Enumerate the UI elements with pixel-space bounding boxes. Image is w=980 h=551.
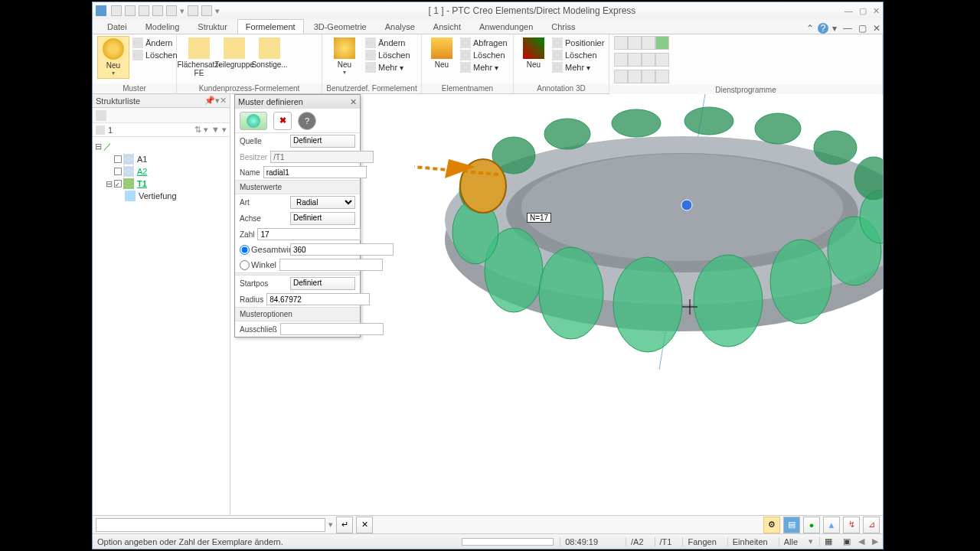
print-icon[interactable] [152,5,163,16]
filter-sort-icon[interactable]: ⇅ ▾ [194,125,208,135]
util-icon-4[interactable] [628,36,642,50]
status-path1[interactable]: /A2 [626,537,648,546]
node-checkbox[interactable] [114,180,122,187]
pattern-count-annotation[interactable]: N=17 [527,213,551,223]
winkel-field[interactable] [279,259,383,271]
util-icon-7[interactable] [642,36,655,50]
view-mode-6[interactable]: ⊿ [863,517,880,533]
status-dropdown[interactable]: ▾ [808,536,813,546]
tree-mode-icon[interactable] [96,110,106,121]
status-next-icon[interactable]: ▶ [872,536,878,546]
elementnamen-abfragen-button[interactable]: Abfragen [460,37,508,48]
zahl-field[interactable] [257,228,361,240]
util-icon-2[interactable] [614,53,628,67]
besitzer-field[interactable] [270,151,374,163]
filter-icon[interactable] [96,126,105,135]
ribbon-min-icon[interactable]: — [841,23,854,34]
tree-collapse-icon[interactable]: ⊟ [105,179,113,189]
node-a1[interactable]: A1 [136,155,149,164]
new-icon[interactable] [111,5,122,16]
annotation-mehr-button[interactable]: Mehr ▾ [552,62,604,73]
redo-icon[interactable] [188,5,198,16]
radius-field[interactable] [266,293,370,305]
tool-icon[interactable] [201,5,212,16]
util-icon-11[interactable] [655,53,669,67]
util-icon-1[interactable] [614,36,628,50]
maximize-button[interactable]: ▢ [859,6,867,16]
node-checkbox[interactable] [114,168,122,175]
flaechensatz-button[interactable]: Flächensatz-FE [181,36,217,79]
muster-neu-button[interactable]: Neu ▾ [97,36,129,79]
tab-3d-geometrie[interactable]: 3D-Geometrie [305,19,375,34]
benutzerdef-loeschen-button[interactable]: Löschen [365,50,410,60]
panel-close-icon[interactable]: ✕ [220,96,227,106]
annotation-positionier-button[interactable]: Positionier [552,37,604,48]
node-checkbox[interactable] [114,155,122,163]
tab-chriss[interactable]: Chriss [543,19,583,34]
elementnamen-mehr-button[interactable]: Mehr ▾ [460,62,508,73]
status-view-icon-1[interactable]: ▦ [819,536,837,546]
cmd-dropdown-icon[interactable]: ▾ [328,520,333,530]
winkel-radio[interactable] [240,260,250,270]
util-icon-12[interactable] [655,70,669,83]
view-mode-1[interactable]: ⚙ [763,517,780,533]
status-fangen[interactable]: Fangen [682,537,720,546]
cmd-cancel-button[interactable]: ✕ [356,517,373,533]
close-button[interactable]: ✕ [873,6,880,16]
art-select[interactable]: Radial [290,196,355,209]
util-icon-3[interactable] [614,70,628,83]
view-mode-2[interactable]: ▤ [783,517,800,533]
tab-ansicht[interactable]: Ansicht [425,19,469,34]
elementnamen-neu-button[interactable]: Neu [426,36,457,70]
util-icon-9[interactable] [642,70,655,83]
startpos-button[interactable]: Definiert [290,277,355,290]
tab-formelement[interactable]: Formelement [237,19,304,34]
save-icon[interactable] [139,5,149,16]
achse-button[interactable]: Definiert [290,212,355,225]
ausschliess-field[interactable] [280,323,384,335]
util-icon-5[interactable] [628,53,642,67]
cmd-enter-button[interactable]: ↵ [336,517,353,533]
util-icon-8[interactable] [642,53,655,67]
teilegruppe-button[interactable]: Teilegruppe [217,36,252,70]
ribbon-close-icon[interactable]: ✕ [871,23,883,34]
dialog-cancel-button[interactable]: ✖ [273,112,292,130]
node-vertiefung[interactable]: Vertiefung [137,191,178,201]
tree-collapse-icon[interactable]: ⊟ [94,142,102,152]
sonstige-button[interactable]: Sonstige... [252,36,287,70]
minimize-button[interactable]: — [844,6,853,16]
tab-anwendungen[interactable]: Anwendungen [471,19,541,34]
help-icon[interactable]: ? [818,23,828,34]
gesamtwink-field[interactable] [290,243,394,256]
ribbon-expand-icon[interactable]: ⌃ [804,23,816,34]
status-alle[interactable]: Alle [779,537,802,546]
filter-funnel-icon[interactable]: ▼ ▾ [211,125,227,135]
tab-datei[interactable]: Datei [99,19,136,34]
annotation-neu-button[interactable]: Neu [518,36,549,70]
status-prev-icon[interactable]: ◀ [857,536,866,546]
tab-struktur[interactable]: Struktur [189,19,236,34]
view-mode-4[interactable]: ▲ [823,517,840,533]
benutzerdef-neu-button[interactable]: Neu▾ [327,36,362,77]
status-einheiten[interactable]: Einheiten [727,537,773,546]
status-path2[interactable]: /T1 [655,537,677,546]
undo-icon[interactable] [166,5,177,16]
undo-dropdown[interactable]: ▾ [180,6,185,16]
elementnamen-loeschen-button[interactable]: Löschen [460,50,508,60]
view-mode-3[interactable]: ● [803,517,820,533]
benutzerdef-aendern-button[interactable]: Ändern [365,37,410,48]
panel-pin-icon[interactable]: 📌 [204,96,215,106]
tab-modeling[interactable]: Modeling [137,19,188,34]
status-view-icon-2[interactable]: ▣ [843,536,851,546]
quelle-button[interactable]: Definiert [290,135,355,148]
gesamtwink-radio[interactable] [240,245,250,255]
view-mode-5[interactable]: ↯ [843,517,860,533]
dialog-close-icon[interactable]: ✕ [350,97,357,107]
command-input[interactable] [96,518,325,532]
node-t1[interactable]: T1 [136,179,149,188]
util-icon-6[interactable] [628,70,642,83]
muster-aendern-button[interactable]: Ändern [132,37,178,48]
open-icon[interactable] [125,5,136,16]
ribbon-dropdown[interactable]: ▾ [830,23,839,34]
dialog-ok-button[interactable] [240,112,267,130]
